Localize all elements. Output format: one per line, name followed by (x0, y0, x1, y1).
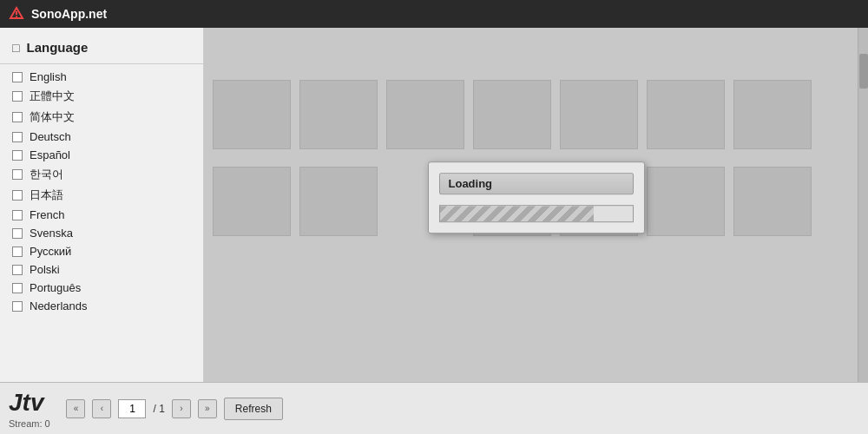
scrollbar[interactable] (858, 28, 868, 382)
app-header: SonoApp.net (0, 0, 868, 28)
stream-label: Stream: (9, 418, 43, 429)
scrollbar-thumb[interactable] (859, 54, 868, 89)
content-area: Loading (204, 28, 868, 382)
language-checkbox[interactable] (12, 210, 23, 220)
language-item[interactable]: Русский (0, 242, 203, 260)
language-checkbox[interactable] (12, 150, 23, 161)
language-label: Polski (30, 263, 60, 276)
language-checkbox[interactable] (12, 301, 23, 312)
bg-tile (733, 167, 812, 236)
language-label: Português (30, 281, 81, 294)
loading-progress-container (439, 205, 634, 222)
loading-progress-bar (440, 206, 595, 221)
language-checkbox[interactable] (12, 72, 23, 82)
language-checkbox[interactable] (12, 228, 23, 239)
bg-tile (560, 80, 638, 149)
language-item[interactable]: Deutsch (0, 128, 203, 146)
refresh-button[interactable]: Refresh (224, 398, 283, 420)
language-item[interactable]: French (0, 206, 203, 224)
language-item[interactable]: Português (0, 279, 203, 297)
page-total: / 1 (153, 403, 164, 415)
language-item[interactable]: 正體中文 (0, 86, 203, 107)
prev-page-button[interactable]: ‹ (92, 399, 111, 418)
loading-dialog: Loading (428, 161, 645, 233)
bg-tile (473, 80, 551, 149)
bg-tile (299, 80, 378, 149)
stream-info: Stream: 0 (9, 418, 50, 429)
language-label: 日本語 (30, 187, 63, 203)
bg-tile (733, 80, 812, 149)
language-checkbox[interactable] (12, 265, 23, 275)
language-checkbox[interactable] (12, 169, 23, 180)
language-icon: □ (12, 41, 19, 55)
language-checkbox[interactable] (12, 283, 23, 293)
logo-icon (9, 6, 24, 22)
language-item[interactable]: 日本語 (0, 185, 203, 206)
bg-tile (386, 80, 464, 149)
language-checkbox[interactable] (12, 112, 23, 122)
sidebar-title: Language (26, 40, 88, 55)
app-title: SonoApp.net (31, 7, 107, 21)
bg-tile (213, 80, 291, 149)
svg-point-2 (16, 16, 17, 17)
loading-title: Loading (439, 173, 634, 194)
language-label: 正體中文 (30, 89, 75, 104)
jtv-logo: Jtv (9, 389, 43, 417)
language-checkbox[interactable] (12, 132, 23, 142)
next-page-button[interactable]: › (172, 399, 191, 418)
bg-tile (647, 80, 725, 149)
language-checkbox[interactable] (12, 247, 23, 257)
language-checkbox[interactable] (12, 91, 23, 102)
page-number-input[interactable] (118, 399, 146, 418)
last-page-button[interactable]: » (198, 399, 217, 418)
language-label: Svenska (30, 227, 73, 240)
bg-tile (299, 167, 378, 236)
language-item[interactable]: 한국어 (0, 164, 203, 185)
language-item[interactable]: Svenska (0, 224, 203, 242)
language-list: English正體中文简体中文DeutschEspañol한국어日本語Frenc… (0, 68, 203, 315)
language-label: English (30, 70, 67, 83)
language-label: Español (30, 148, 70, 161)
language-label: 한국어 (30, 167, 63, 182)
jtv-section: Jtv Stream: 0 (9, 389, 50, 429)
language-label: 简体中文 (30, 109, 75, 125)
first-page-button[interactable]: « (66, 399, 85, 418)
language-label: Nederlands (30, 299, 88, 312)
language-item[interactable]: Polski (0, 260, 203, 279)
language-label: Deutsch (30, 130, 71, 143)
language-item[interactable]: Nederlands (0, 297, 203, 315)
sidebar-header: □ Language (0, 36, 203, 64)
language-item[interactable]: English (0, 68, 203, 86)
bg-tile (647, 167, 725, 236)
language-label: French (30, 208, 64, 221)
language-sidebar: □ Language English正體中文简体中文DeutschEspañol… (0, 28, 204, 382)
language-label: Русский (30, 245, 71, 258)
language-item[interactable]: Español (0, 146, 203, 164)
language-item[interactable]: 简体中文 (0, 107, 203, 128)
bg-tile (213, 167, 291, 236)
stream-value: 0 (45, 418, 50, 429)
language-checkbox[interactable] (12, 190, 23, 201)
bottom-bar: Jtv Stream: 0 « ‹ / 1 › » Refresh (0, 382, 868, 434)
main-layout: □ Language English正體中文简体中文DeutschEspañol… (0, 28, 868, 382)
